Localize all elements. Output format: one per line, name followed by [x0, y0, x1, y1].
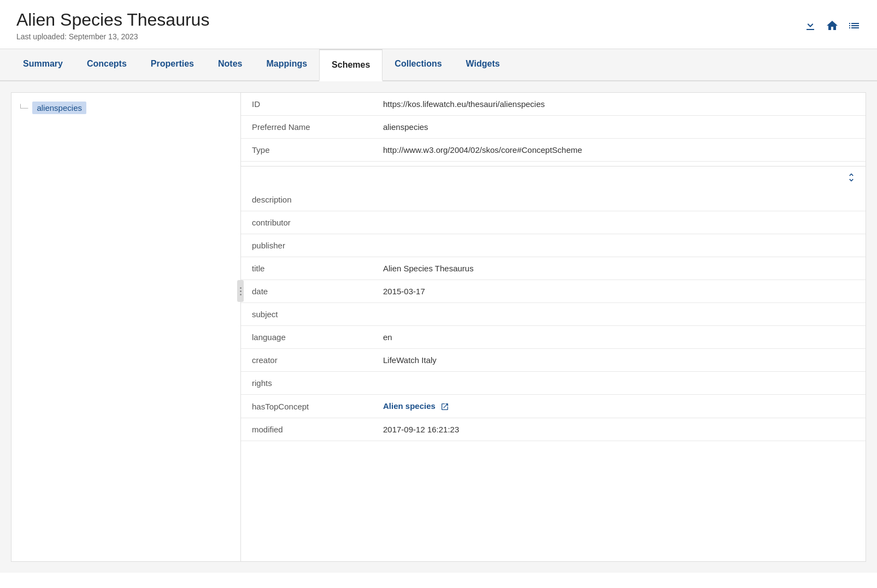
prop-value-type: http://www.w3.org/2004/02/skos/core#Conc… [372, 139, 866, 162]
prop-value-creator: LifeWatch Italy [372, 349, 866, 372]
prop-key-preferred-name: Preferred Name [241, 116, 372, 139]
table-row: modified 2017-09-12 16:21:23 [241, 418, 866, 441]
table-row: ID https://kos.lifewatch.eu/thesauri/ali… [241, 93, 866, 116]
prop-key-id: ID [241, 93, 372, 116]
prop-key-title: title [241, 257, 372, 280]
table-row: publisher [241, 234, 866, 257]
right-panel: ID https://kos.lifewatch.eu/thesauri/ali… [240, 92, 866, 562]
header-left: Alien Species Thesaurus Last uploaded: S… [16, 10, 209, 41]
table-row: date 2015-03-17 [241, 280, 866, 303]
page-header: Alien Species Thesaurus Last uploaded: S… [0, 0, 877, 49]
prop-value-id: https://kos.lifewatch.eu/thesauri/aliens… [372, 93, 866, 116]
subtitle: Last uploaded: September 13, 2023 [16, 32, 209, 41]
prop-key-subject: subject [241, 303, 372, 326]
download-icon[interactable] [804, 19, 817, 32]
prop-key-language: language [241, 326, 372, 349]
tab-collections[interactable]: Collections [382, 49, 454, 81]
table-row: title Alien Species Thesaurus [241, 257, 866, 280]
prop-key-modified: modified [241, 418, 372, 441]
prop-value-subject [372, 303, 866, 326]
tabs-bar: Summary Concepts Properties Notes Mappin… [0, 49, 877, 81]
tab-notes[interactable]: Notes [206, 49, 254, 81]
prop-value-rights [372, 372, 866, 395]
resize-dot-2 [240, 290, 242, 292]
prop-key-type: Type [241, 139, 372, 162]
prop-key-description: description [241, 188, 372, 211]
prop-key-creator: creator [241, 349, 372, 372]
content-area: └─ alienspecies ID https://kos.lifewatch… [0, 81, 877, 573]
prop-value-description [372, 188, 866, 211]
upper-properties-table: ID https://kos.lifewatch.eu/thesauri/ali… [241, 93, 866, 162]
left-panel: └─ alienspecies [11, 92, 240, 562]
prop-key-date: date [241, 280, 372, 303]
table-row: subject [241, 303, 866, 326]
prop-value-date: 2015-03-17 [372, 280, 866, 303]
home-icon[interactable] [826, 19, 839, 32]
table-row: hasTopConcept Alien species [241, 395, 866, 418]
tree-item[interactable]: └─ alienspecies [18, 102, 234, 114]
tree-label[interactable]: alienspecies [32, 102, 86, 114]
table-row: Preferred Name alienspecies [241, 116, 866, 139]
table-row: rights [241, 372, 866, 395]
table-row: creator LifeWatch Italy [241, 349, 866, 372]
prop-key-publisher: publisher [241, 234, 372, 257]
table-row: contributor [241, 211, 866, 234]
prop-value-language: en [372, 326, 866, 349]
sort-icon[interactable] [846, 172, 857, 186]
tab-schemes[interactable]: Schemes [319, 49, 382, 81]
table-row: Type http://www.w3.org/2004/02/skos/core… [241, 139, 866, 162]
prop-value-modified: 2017-09-12 16:21:23 [372, 418, 866, 441]
tree-indicator: └─ [18, 104, 28, 112]
prop-value-title: Alien Species Thesaurus [372, 257, 866, 280]
prop-value-publisher [372, 234, 866, 257]
page-title: Alien Species Thesaurus [16, 10, 209, 30]
header-actions [804, 19, 861, 32]
lower-properties-table: description contributor publisher t [241, 188, 866, 441]
prop-value-preferred-name: alienspecies [372, 116, 866, 139]
table-row: language en [241, 326, 866, 349]
top-concept-link[interactable]: Alien species [383, 401, 435, 411]
tab-properties[interactable]: Properties [139, 49, 206, 81]
prop-key-rights: rights [241, 372, 372, 395]
external-link-icon [440, 402, 449, 411]
tab-summary[interactable]: Summary [11, 49, 75, 81]
tab-mappings[interactable]: Mappings [254, 49, 319, 81]
tab-widgets[interactable]: Widgets [454, 49, 512, 81]
prop-value-has-top-concept: Alien species [372, 395, 866, 418]
prop-value-contributor [372, 211, 866, 234]
tab-concepts[interactable]: Concepts [75, 49, 139, 81]
resize-dot-1 [240, 287, 242, 289]
list-icon[interactable] [847, 19, 861, 32]
resize-handle[interactable] [237, 280, 244, 302]
resize-dot-3 [240, 294, 242, 295]
lower-properties-wrapper: description contributor publisher t [241, 166, 866, 441]
prop-key-contributor: contributor [241, 211, 372, 234]
prop-key-has-top-concept: hasTopConcept [241, 395, 372, 418]
table-row: description [241, 188, 866, 211]
